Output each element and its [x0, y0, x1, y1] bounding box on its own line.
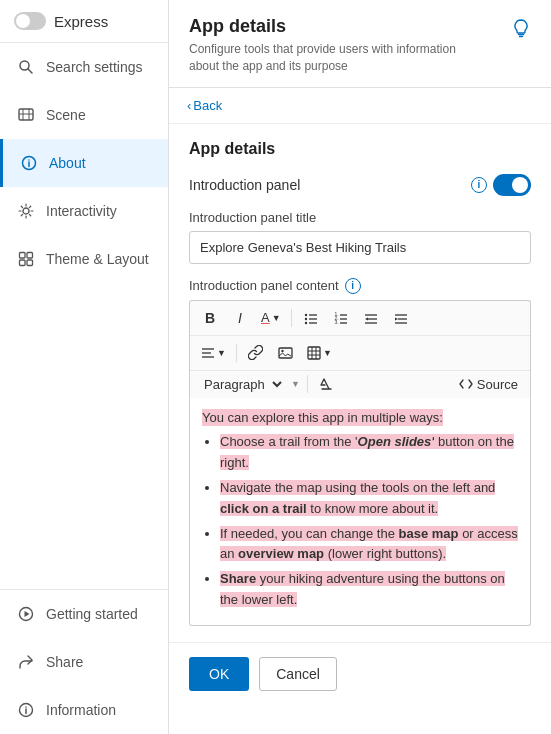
- clear-formatting-button[interactable]: [315, 374, 338, 394]
- about-icon: [19, 153, 39, 173]
- intro-panel-title-input[interactable]: [189, 231, 531, 264]
- svg-point-20: [304, 321, 306, 323]
- svg-point-5: [28, 159, 30, 161]
- interactivity-icon: [16, 201, 36, 221]
- table-dropdown[interactable]: ▼: [302, 343, 337, 363]
- list-item: Navigate the map using the tools on the …: [220, 478, 518, 520]
- toolbar-row-2: ▼: [190, 336, 530, 371]
- information-icon: [16, 700, 36, 720]
- chevron-left-icon: ‹: [187, 98, 191, 113]
- sidebar-item-interactivity[interactable]: Interactivity: [0, 187, 168, 235]
- header-text: App details Configure tools that provide…: [189, 16, 489, 75]
- rte-toolbar: B I A ▼: [189, 300, 531, 398]
- image-button[interactable]: [272, 340, 300, 366]
- page-title: App details: [189, 16, 489, 37]
- intro-panel-toggle[interactable]: [493, 174, 531, 196]
- app-toggle[interactable]: [14, 12, 46, 30]
- para-chevron-icon: ▼: [291, 379, 300, 389]
- unordered-list-button[interactable]: [297, 305, 325, 331]
- toolbar-separator-1: [291, 309, 292, 327]
- sidebar-item-scene[interactable]: Scene: [0, 91, 168, 139]
- intro-panel-content-label: Introduction panel content i: [189, 278, 531, 294]
- action-bar: OK Cancel: [169, 642, 551, 701]
- toolbar-separator-3: [307, 375, 308, 393]
- sidebar: Express Search settings Scene: [0, 0, 169, 734]
- sidebar-item-information[interactable]: Information: [0, 686, 168, 734]
- svg-point-19: [304, 317, 306, 319]
- indent-more-button[interactable]: [387, 305, 415, 331]
- list-item: Choose a trail from the 'Open slides' bu…: [220, 432, 518, 474]
- panel-title: App details: [189, 140, 531, 158]
- paragraph-select[interactable]: Paragraph: [196, 374, 285, 395]
- getting-started-icon: [16, 604, 36, 624]
- svg-text:3.: 3.: [334, 319, 338, 325]
- panel-content: ‹ Back App details Introduction panel i …: [169, 88, 551, 734]
- ordered-list-button[interactable]: 1. 2. 3.: [327, 305, 355, 331]
- align-chevron: ▼: [217, 348, 226, 358]
- intro-panel-label: Introduction panel: [189, 177, 300, 193]
- sidebar-item-search-settings[interactable]: Search settings: [0, 43, 168, 91]
- content-info-icon[interactable]: i: [345, 278, 361, 294]
- link-button[interactable]: [242, 340, 270, 366]
- source-button[interactable]: Source: [453, 374, 524, 395]
- sidebar-item-search-settings-label: Search settings: [46, 59, 143, 75]
- svg-rect-7: [20, 253, 26, 259]
- list-item: Share your hiking adventure using the bu…: [220, 569, 518, 611]
- main-panel: App details Configure tools that provide…: [169, 0, 551, 734]
- search-icon: [16, 57, 36, 77]
- back-button[interactable]: ‹ Back: [169, 88, 551, 124]
- sidebar-item-interactivity-label: Interactivity: [46, 203, 117, 219]
- content-list: Choose a trail from the 'Open slides' bu…: [220, 432, 518, 610]
- sidebar-item-about-label: About: [49, 155, 86, 171]
- panel-inner: App details Introduction panel i Introdu…: [169, 124, 551, 642]
- indent-less-button[interactable]: [357, 305, 385, 331]
- svg-rect-9: [20, 260, 26, 266]
- svg-point-18: [304, 313, 306, 315]
- toolbar-row-3: Paragraph ▼ Source: [190, 371, 530, 398]
- lightbulb-icon: [511, 18, 531, 43]
- ok-button[interactable]: OK: [189, 657, 249, 691]
- sidebar-item-information-label: Information: [46, 702, 116, 718]
- sidebar-item-share-label: Share: [46, 654, 83, 670]
- toolbar-row-1: B I A ▼: [190, 301, 530, 336]
- toolbar-separator-2: [236, 344, 237, 362]
- text-color-icon: A: [261, 310, 270, 325]
- sidebar-item-theme-layout[interactable]: Theme & Layout: [0, 235, 168, 283]
- cancel-button[interactable]: Cancel: [259, 657, 337, 691]
- sidebar-item-getting-started-label: Getting started: [46, 606, 138, 622]
- sidebar-header[interactable]: Express: [0, 0, 168, 43]
- sidebar-item-share[interactable]: Share: [0, 638, 168, 686]
- sidebar-item-scene-label: Scene: [46, 107, 86, 123]
- page-description: Configure tools that provide users with …: [189, 41, 489, 75]
- list-item: If needed, you can change the base map o…: [220, 524, 518, 566]
- sidebar-item-getting-started[interactable]: Getting started: [0, 590, 168, 638]
- intro-panel-title-label: Introduction panel title: [189, 210, 531, 225]
- app-name: Express: [54, 13, 108, 30]
- svg-rect-41: [308, 347, 320, 359]
- source-label: Source: [477, 377, 518, 392]
- rte-content-area[interactable]: You can explore this app in multiple way…: [189, 398, 531, 626]
- bold-button[interactable]: B: [196, 305, 224, 331]
- svg-point-40: [282, 349, 284, 351]
- svg-point-6: [23, 208, 29, 214]
- table-chevron: ▼: [323, 348, 332, 358]
- intro-panel-info-icon[interactable]: i: [471, 177, 487, 193]
- svg-point-15: [25, 706, 27, 708]
- theme-layout-icon: [16, 249, 36, 269]
- chevron-down-icon: ▼: [272, 313, 281, 323]
- svg-line-1: [28, 69, 32, 73]
- main-header: App details Configure tools that provide…: [169, 0, 551, 88]
- svg-marker-12: [25, 611, 30, 617]
- scene-icon: [16, 105, 36, 125]
- svg-rect-10: [27, 260, 33, 266]
- svg-rect-8: [27, 253, 33, 259]
- sidebar-item-about[interactable]: About: [0, 139, 168, 187]
- sidebar-item-theme-layout-label: Theme & Layout: [46, 251, 149, 267]
- text-color-dropdown[interactable]: A ▼: [256, 307, 286, 328]
- back-label: Back: [193, 98, 222, 113]
- intro-panel-row: Introduction panel i: [189, 174, 531, 196]
- align-dropdown[interactable]: ▼: [196, 344, 231, 362]
- content-intro: You can explore this app in multiple way…: [202, 410, 443, 425]
- italic-button[interactable]: I: [226, 305, 254, 331]
- share-icon: [16, 652, 36, 672]
